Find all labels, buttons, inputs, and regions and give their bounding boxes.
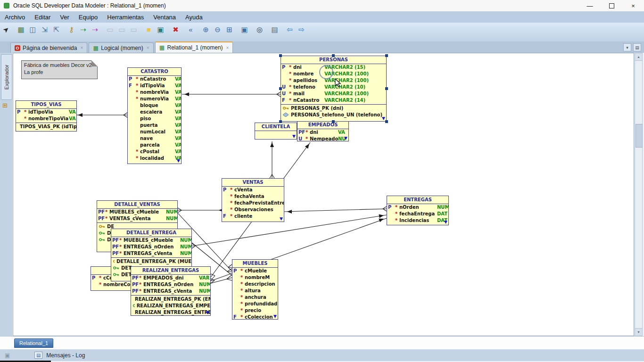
tab-menu-icon[interactable]: ▾ bbox=[623, 43, 631, 51]
engineer-forward-icon[interactable]: ⇢ bbox=[78, 24, 89, 35]
column-type: VA bbox=[69, 115, 76, 122]
column-row: PF*ENTREGAS_nOrdenNUM bbox=[131, 281, 210, 288]
entity-table-personas[interactable]: PERSONASP*dniVARCHAR2 (15)*nombreVARCHAR… bbox=[281, 56, 387, 122]
engineer-reverse-icon[interactable]: ⇢ bbox=[90, 24, 100, 35]
tab-list-icon[interactable]: ▤ bbox=[633, 43, 641, 51]
delete-icon[interactable]: ✖ bbox=[170, 24, 181, 35]
entity-table-catastro[interactable]: CATASTROP*nCatastroVARCF*idTipoViaVARC*n… bbox=[127, 67, 182, 164]
column-row: *numeroViaVARC bbox=[128, 96, 181, 102]
selection-handle[interactable] bbox=[385, 87, 388, 90]
column-row: *anchura bbox=[232, 294, 278, 301]
column-row: P*dniVARCHAR2 (15) bbox=[281, 64, 386, 71]
menu-item-ventana[interactable]: Ventana bbox=[149, 13, 181, 22]
menu-item-equipo[interactable]: Equipo bbox=[74, 13, 102, 22]
tab-close-icon[interactable]: × bbox=[80, 45, 83, 50]
column-row: *descripcion bbox=[232, 281, 278, 288]
split-view-icon[interactable]: ◫ bbox=[27, 24, 38, 35]
zoom-in-icon[interactable]: ⊕ bbox=[200, 24, 211, 35]
column-row: P*cVenta bbox=[222, 187, 284, 193]
entity-table-realizan_entregas[interactable]: REALIZAN_ENTREGASPF*EMPEADOS_dniVARPF*EN… bbox=[131, 266, 211, 316]
key-flag bbox=[129, 102, 136, 109]
selection-handle[interactable] bbox=[279, 87, 282, 90]
column-row: *precio bbox=[232, 307, 278, 314]
menu-item-archivo[interactable]: Archivo bbox=[0, 13, 30, 22]
column-type: DAT bbox=[437, 211, 447, 217]
column-name: parcela bbox=[140, 142, 175, 148]
mandatory-mark: * bbox=[136, 89, 140, 96]
column-row: PF*dniVA bbox=[297, 129, 348, 136]
explorer-tab[interactable]: Explorador bbox=[1, 54, 12, 100]
overflow-icon: ▼ bbox=[344, 136, 347, 140]
scroll-down-icon[interactable]: ▼ bbox=[635, 328, 642, 336]
key-flag bbox=[233, 288, 240, 294]
column-name: Nempeado bbox=[310, 136, 338, 141]
mandatory-mark: * bbox=[240, 307, 245, 314]
menu-item-ayuda[interactable]: Ayuda bbox=[181, 13, 207, 22]
column-row: *fechaVenta bbox=[222, 193, 284, 200]
generate-keys-icon[interactable]: ⚷ bbox=[66, 24, 77, 35]
zoom-fit-icon[interactable]: ⊞ bbox=[224, 24, 235, 35]
key-flag: P bbox=[282, 64, 289, 71]
new-note-icon[interactable]: ■ bbox=[143, 24, 154, 35]
scroll-up-icon[interactable]: ▲ bbox=[635, 53, 642, 61]
mandatory-mark: * bbox=[240, 314, 245, 320]
entity-table-entregas[interactable]: ENTREGASP*nOrdenNUM*fechaEntregaDAT*Inci… bbox=[387, 196, 449, 225]
disabled-3-icon: ▭ bbox=[128, 24, 139, 35]
close-button[interactable]: × bbox=[622, 0, 644, 11]
entity-table-tipos_vias[interactable]: TIPOS_VIASP*idTipoViaVA*nombreTipoViaVAT… bbox=[16, 100, 77, 132]
column-name: nOrden bbox=[399, 204, 437, 211]
tab-relational-1-momen-[interactable]: ▦Relational_1 (momen)× bbox=[155, 41, 233, 53]
fit-expand-icon[interactable]: ⇱ bbox=[51, 24, 62, 35]
selection-handle[interactable] bbox=[385, 120, 388, 123]
entity-table-clientela[interactable]: CLIENTELA▼ bbox=[255, 123, 297, 140]
minimize-button[interactable]: — bbox=[579, 0, 601, 11]
restore-panel-icon[interactable]: ▣ bbox=[5, 352, 10, 359]
insert-image-icon[interactable]: ▣ bbox=[155, 24, 166, 35]
collapse-all-icon[interactable]: « bbox=[185, 24, 196, 35]
column-name: EMPEADOS_dni bbox=[143, 275, 199, 281]
tab-logical-momen-[interactable]: ▦Logical (momen)× bbox=[89, 42, 153, 53]
entity-table-muebles[interactable]: MUEBLESP*cMueble*nombreM*descripcion*alt… bbox=[232, 259, 278, 320]
column-type: VARCHAR2 (10) bbox=[324, 84, 365, 90]
messages-log-icon[interactable]: ▤ bbox=[34, 352, 42, 359]
tab-close-icon[interactable]: × bbox=[226, 45, 229, 50]
fit-shrink-icon[interactable]: ⇲ bbox=[39, 24, 50, 35]
window-controls: —× bbox=[579, 0, 644, 11]
key-label: DET bbox=[121, 272, 132, 277]
menu-item-ver[interactable]: Ver bbox=[55, 13, 74, 22]
entity-table-empeados[interactable]: EMPEADOSPF*dniVAU*NempeadoNU▼ bbox=[297, 121, 349, 141]
scrollbar-thumb[interactable] bbox=[636, 124, 643, 148]
vertical-scrollbar[interactable]: ▲ ▼ bbox=[635, 53, 643, 336]
restore-button[interactable] bbox=[601, 0, 622, 11]
mandatory-mark bbox=[136, 122, 140, 129]
menu-item-herramientas[interactable]: Herramientas bbox=[102, 13, 149, 22]
column-type: NUM bbox=[180, 237, 192, 244]
zoom-out-icon[interactable]: ⊖ bbox=[212, 24, 223, 35]
foreign-key-icon bbox=[133, 304, 135, 308]
selection-handle[interactable] bbox=[279, 120, 282, 123]
column-row: F*cliente bbox=[222, 213, 284, 220]
column-row: *nombreTipoViaVA bbox=[16, 115, 76, 122]
clipboard-icon[interactable]: ▤ bbox=[269, 24, 280, 35]
subtab-relational[interactable]: Relational_1 bbox=[14, 338, 53, 348]
tab-close-icon[interactable]: × bbox=[147, 45, 149, 50]
mandatory-mark: * bbox=[119, 250, 124, 257]
entity-table-ventas[interactable]: VENTASP*cVenta*fechaVenta*fechaPrevistaE… bbox=[222, 178, 284, 222]
selection-handle[interactable] bbox=[332, 54, 335, 57]
search-icon[interactable]: ◎ bbox=[254, 24, 265, 35]
forward-icon[interactable]: ⇨ bbox=[296, 24, 307, 35]
diagram-subtab-row: Relational_1 bbox=[0, 336, 644, 350]
menu-item-editar[interactable]: Editar bbox=[30, 13, 55, 22]
column-name: cPostal bbox=[140, 148, 175, 155]
back-icon[interactable]: ⇦ bbox=[284, 24, 295, 35]
mandatory-mark: * bbox=[24, 109, 28, 115]
mandatory-mark: * bbox=[305, 129, 310, 136]
new-table-icon[interactable]: ▦ bbox=[16, 24, 26, 35]
status-bar: ▣ ▤ Mensajes - Log bbox=[0, 349, 644, 361]
selection-handle[interactable] bbox=[279, 54, 282, 57]
diagram-note[interactable]: Fábrica de muebles Decor v2 La profe bbox=[21, 60, 98, 79]
selection-handle[interactable] bbox=[385, 54, 388, 57]
selection-handle[interactable] bbox=[332, 120, 335, 123]
tab-p-gina-de-bienvenida[interactable]: OPágina de bienvenida× bbox=[10, 42, 87, 53]
new-window-icon[interactable]: ▣ bbox=[239, 24, 250, 35]
